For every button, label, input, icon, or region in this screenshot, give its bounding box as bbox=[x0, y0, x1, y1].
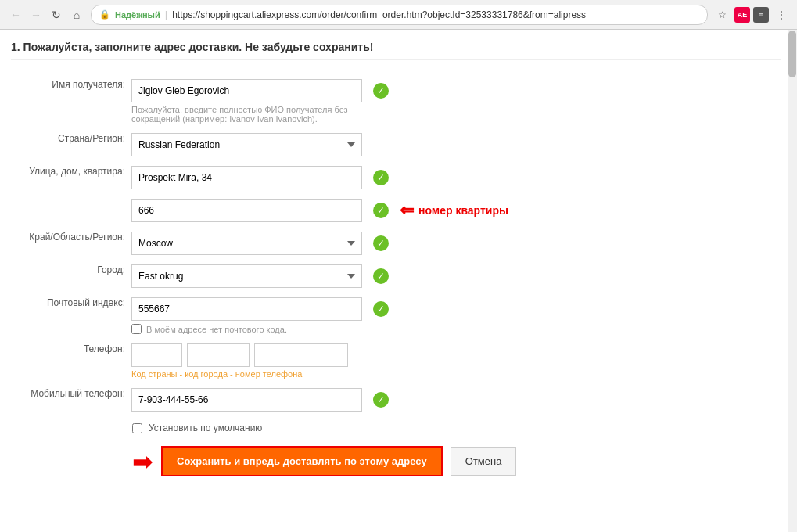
phone-country-code[interactable] bbox=[131, 343, 182, 367]
apt-label-cell bbox=[11, 194, 128, 227]
page-title: 1. Пожалуйста, заполните адрес доставки.… bbox=[11, 41, 781, 60]
browser-actions: ☆ AE ≡ ⋮ bbox=[713, 5, 791, 24]
country-row: Страна/Регион: Russian Federation bbox=[11, 128, 781, 161]
back-button[interactable]: ← bbox=[6, 5, 25, 24]
city-select[interactable]: East okrug bbox=[131, 264, 362, 288]
browser-chrome: ← → ↻ ⌂ 🔒 Надёжный | https://shoppingcar… bbox=[0, 0, 797, 30]
default-row: Установить по умолчанию bbox=[11, 422, 781, 433]
apt-input[interactable] bbox=[131, 199, 362, 222]
street-label: Улица, дом, квартира: bbox=[11, 161, 128, 194]
postal-label: Почтовый индекс: bbox=[11, 293, 128, 339]
street-inline: ✓ bbox=[131, 166, 778, 189]
street-input[interactable] bbox=[131, 166, 362, 189]
refresh-button[interactable]: ↻ bbox=[47, 5, 66, 24]
cancel-button[interactable]: Отмена bbox=[451, 447, 517, 476]
country-select[interactable]: Russian Federation bbox=[131, 133, 362, 156]
extension1-icon[interactable]: AE bbox=[734, 7, 750, 23]
phone-row: Телефон: Код страны - код города - номер… bbox=[11, 339, 781, 383]
country-input-cell: Russian Federation bbox=[128, 128, 781, 161]
postal-inline: ✓ bbox=[131, 297, 778, 321]
name-row: Имя получателя: ✓ Пожалуйста, введите по… bbox=[11, 74, 781, 128]
annotation-container: ⇐ номер квартиры bbox=[400, 200, 508, 221]
region-check-icon: ✓ bbox=[373, 235, 389, 251]
apt-row: ✓ ⇐ номер квартиры bbox=[11, 194, 781, 227]
nav-buttons: ← → ↻ ⌂ bbox=[6, 5, 86, 24]
address-bar[interactable]: 🔒 Надёжный | https://shoppingcart.aliexp… bbox=[91, 5, 708, 25]
phone-label: Телефон: bbox=[11, 339, 128, 383]
mobile-check-icon: ✓ bbox=[373, 392, 389, 408]
postal-input[interactable] bbox=[131, 297, 362, 321]
city-check-icon: ✓ bbox=[373, 268, 389, 284]
apt-check-icon: ✓ bbox=[373, 203, 389, 218]
country-label: Страна/Регион: bbox=[11, 128, 128, 161]
menu-button[interactable]: ⋮ bbox=[772, 5, 791, 24]
default-checkbox[interactable] bbox=[132, 423, 142, 433]
save-button[interactable]: Сохранить и впредь доставлять по этому а… bbox=[161, 446, 443, 476]
mobile-inline: ✓ bbox=[131, 388, 778, 412]
city-row: Город: East okrug ✓ bbox=[11, 260, 781, 293]
city-inline: East okrug ✓ bbox=[131, 264, 778, 288]
region-row: Край/Область/Регион: Moscow ✓ bbox=[11, 227, 781, 260]
annotation-text: номер квартиры bbox=[418, 204, 508, 217]
phone-hint: Код страны - код города - номер телефона bbox=[131, 369, 778, 379]
postal-row: Почтовый индекс: ✓ В моём адресе нет поч… bbox=[11, 293, 781, 339]
name-check-icon: ✓ bbox=[373, 83, 389, 99]
street-row: Улица, дом, квартира: ✓ bbox=[11, 161, 781, 194]
country-inline: Russian Federation bbox=[131, 133, 778, 156]
no-postal-label: В моём адресе нет почтового кода. bbox=[146, 325, 287, 334]
mobile-input-cell: ✓ bbox=[128, 383, 781, 416]
region-inline: Moscow ✓ bbox=[131, 232, 778, 255]
name-inline: ✓ bbox=[131, 79, 778, 102]
secure-label: Надёжный bbox=[115, 10, 160, 20]
bookmark-button[interactable]: ☆ bbox=[713, 5, 731, 24]
page-wrapper: ← → ↻ ⌂ 🔒 Надёжный | https://shoppingcar… bbox=[0, 0, 797, 532]
region-input-cell: Moscow ✓ bbox=[128, 227, 781, 260]
mobile-input[interactable] bbox=[131, 388, 362, 412]
url-text: https://shoppingcart.aliexpress.com/orde… bbox=[172, 9, 699, 20]
extension2-icon[interactable]: ≡ bbox=[753, 7, 769, 23]
name-hint: Пожалуйста, введите полностью ФИО получа… bbox=[131, 105, 362, 124]
postal-sub: В моём адресе нет почтового кода. bbox=[131, 324, 778, 334]
mobile-row: Мобильный телефон: ✓ bbox=[11, 383, 781, 416]
name-input[interactable] bbox=[131, 79, 362, 102]
street-input-cell: ✓ bbox=[128, 161, 781, 194]
home-button[interactable]: ⌂ bbox=[67, 5, 86, 24]
postal-input-cell: ✓ В моём адресе нет почтового кода. bbox=[128, 293, 781, 339]
city-label: Город: bbox=[11, 260, 128, 293]
street-check-icon: ✓ bbox=[373, 170, 389, 185]
forward-button[interactable]: → bbox=[27, 5, 45, 24]
region-select[interactable]: Moscow bbox=[131, 232, 362, 255]
no-postal-checkbox[interactable] bbox=[131, 324, 142, 334]
big-arrow-icon: ➡ bbox=[132, 449, 153, 474]
postal-check-icon: ✓ bbox=[373, 301, 389, 317]
phone-fields bbox=[131, 343, 778, 367]
name-label: Имя получателя: bbox=[11, 74, 128, 128]
separator: | bbox=[165, 9, 167, 20]
annotation-arrow-icon: ⇐ bbox=[400, 200, 414, 221]
lock-icon: 🔒 bbox=[99, 9, 110, 20]
page-content: 1. Пожалуйста, заполните адрес доставки.… bbox=[0, 30, 797, 492]
phone-number[interactable] bbox=[254, 343, 348, 367]
apt-inline: ✓ ⇐ номер квартиры bbox=[131, 199, 778, 222]
region-label: Край/Область/Регион: bbox=[11, 227, 128, 260]
phone-city-code[interactable] bbox=[187, 343, 250, 367]
phone-input-cell: Код страны - код города - номер телефона bbox=[128, 339, 781, 383]
bottom-actions: ➡ Сохранить и впредь доставлять по этому… bbox=[11, 446, 781, 476]
form-table: Имя получателя: ✓ Пожалуйста, введите по… bbox=[11, 74, 781, 416]
apt-input-cell: ✓ ⇐ номер квартиры bbox=[128, 194, 781, 227]
default-label: Установить по умолчанию bbox=[149, 422, 262, 433]
name-input-cell: ✓ Пожалуйста, введите полностью ФИО полу… bbox=[128, 74, 781, 128]
city-input-cell: East okrug ✓ bbox=[128, 260, 781, 293]
scrollbar-thumb[interactable] bbox=[788, 31, 796, 77]
scrollbar-track[interactable] bbox=[788, 30, 797, 532]
mobile-label: Мобильный телефон: bbox=[11, 383, 128, 416]
